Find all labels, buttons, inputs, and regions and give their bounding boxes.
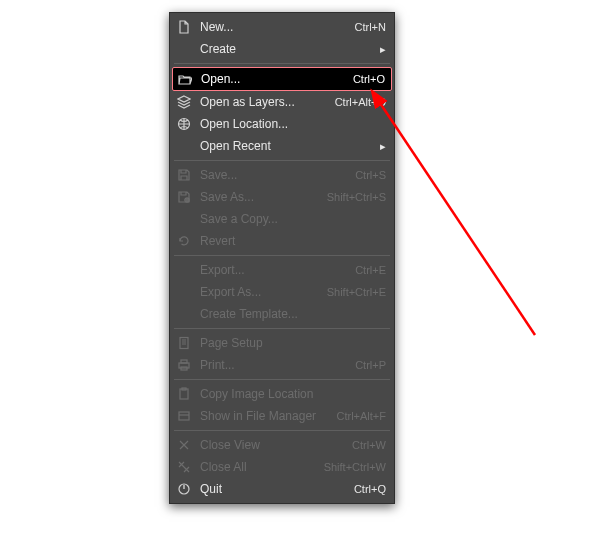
page-setup-icon [176, 335, 192, 351]
menu-item-label: Quit [200, 482, 354, 496]
menu-item-open-as-layers[interactable]: Open as Layers...Ctrl+Alt+O [170, 91, 394, 113]
menu-item-label: Create Template... [200, 307, 386, 321]
menu-item-save-as: Save As...Shift+Ctrl+S [170, 186, 394, 208]
menu-item-label: Save As... [200, 190, 327, 204]
menu-item-shortcut: Ctrl+W [352, 439, 386, 451]
blank-icon [176, 138, 192, 154]
blank-icon [176, 284, 192, 300]
revert-icon [176, 233, 192, 249]
menu-item-close-all: Close AllShift+Ctrl+W [170, 456, 394, 478]
menu-item-label: Page Setup [200, 336, 386, 350]
menu-item-save-copy: Save a Copy... [170, 208, 394, 230]
blank-icon [176, 211, 192, 227]
menu-item-shortcut: Ctrl+P [355, 359, 386, 371]
svg-rect-2 [180, 338, 188, 349]
menu-item-label: Save a Copy... [200, 212, 386, 226]
menu-item-show-in-file-manager: Show in File ManagerCtrl+Alt+F [170, 405, 394, 427]
menu-item-shortcut: Ctrl+Alt+O [335, 96, 386, 108]
svg-line-10 [380, 103, 535, 335]
menu-separator [174, 328, 390, 329]
menu-item-print: Print...Ctrl+P [170, 354, 394, 376]
close-all-icon [176, 459, 192, 475]
folder-open-icon [177, 71, 193, 87]
menu-item-label: Open... [201, 72, 353, 86]
menu-item-new[interactable]: New...Ctrl+N [170, 16, 394, 38]
clipboard-icon [176, 386, 192, 402]
menu-item-export-as: Export As...Shift+Ctrl+E [170, 281, 394, 303]
menu-separator [174, 255, 390, 256]
menu-item-label: New... [200, 20, 355, 34]
chevron-right-icon: ▸ [380, 43, 386, 56]
menu-item-label: Revert [200, 234, 386, 248]
menu-item-label: Create [200, 42, 376, 56]
file-manager-icon [176, 408, 192, 424]
save-as-icon [176, 189, 192, 205]
menu-item-label: Close View [200, 438, 352, 452]
menu-item-label: Open Recent [200, 139, 376, 153]
menu-item-create[interactable]: Create▸ [170, 38, 394, 60]
menu-item-label: Close All [200, 460, 324, 474]
file-icon [176, 19, 192, 35]
print-icon [176, 357, 192, 373]
menu-item-label: Show in File Manager [200, 409, 336, 423]
svg-rect-4 [181, 360, 187, 363]
globe-icon [176, 116, 192, 132]
menu-item-label: Copy Image Location [200, 387, 386, 401]
menu-item-close-view: Close ViewCtrl+W [170, 434, 394, 456]
quit-icon [176, 481, 192, 497]
blank-icon [176, 306, 192, 322]
menu-item-label: Open Location... [200, 117, 386, 131]
menu-item-revert: Revert [170, 230, 394, 252]
menu-item-label: Print... [200, 358, 355, 372]
blank-icon [176, 41, 192, 57]
menu-item-label: Export... [200, 263, 355, 277]
menu-item-shortcut: Ctrl+E [355, 264, 386, 276]
menu-item-shortcut: Shift+Ctrl+W [324, 461, 386, 473]
close-icon [176, 437, 192, 453]
menu-item-export: Export...Ctrl+E [170, 259, 394, 281]
menu-item-shortcut: Ctrl+O [353, 73, 385, 85]
menu-separator [174, 430, 390, 431]
menu-item-quit[interactable]: QuitCtrl+Q [170, 478, 394, 500]
menu-item-shortcut: Ctrl+S [355, 169, 386, 181]
menu-item-label: Save... [200, 168, 355, 182]
menu-item-label: Open as Layers... [200, 95, 335, 109]
file-menu: New...Ctrl+NCreate▸Open...Ctrl+OOpen as … [169, 12, 395, 504]
menu-item-open-location[interactable]: Open Location... [170, 113, 394, 135]
menu-separator [174, 160, 390, 161]
menu-item-create-template: Create Template... [170, 303, 394, 325]
menu-item-shortcut: Ctrl+Q [354, 483, 386, 495]
menu-item-shortcut: Ctrl+Alt+F [336, 410, 386, 422]
menu-item-open-recent[interactable]: Open Recent▸ [170, 135, 394, 157]
menu-item-page-setup: Page Setup [170, 332, 394, 354]
menu-item-save: Save...Ctrl+S [170, 164, 394, 186]
blank-icon [176, 262, 192, 278]
menu-item-shortcut: Shift+Ctrl+E [327, 286, 386, 298]
menu-item-copy-image-location: Copy Image Location [170, 383, 394, 405]
svg-rect-8 [179, 412, 189, 420]
save-icon [176, 167, 192, 183]
menu-item-shortcut: Shift+Ctrl+S [327, 191, 386, 203]
menu-item-label: Export As... [200, 285, 327, 299]
chevron-right-icon: ▸ [380, 140, 386, 153]
menu-item-shortcut: Ctrl+N [355, 21, 386, 33]
menu-item-open[interactable]: Open...Ctrl+O [172, 67, 392, 91]
menu-separator [174, 379, 390, 380]
layers-icon [176, 94, 192, 110]
menu-separator [174, 63, 390, 64]
